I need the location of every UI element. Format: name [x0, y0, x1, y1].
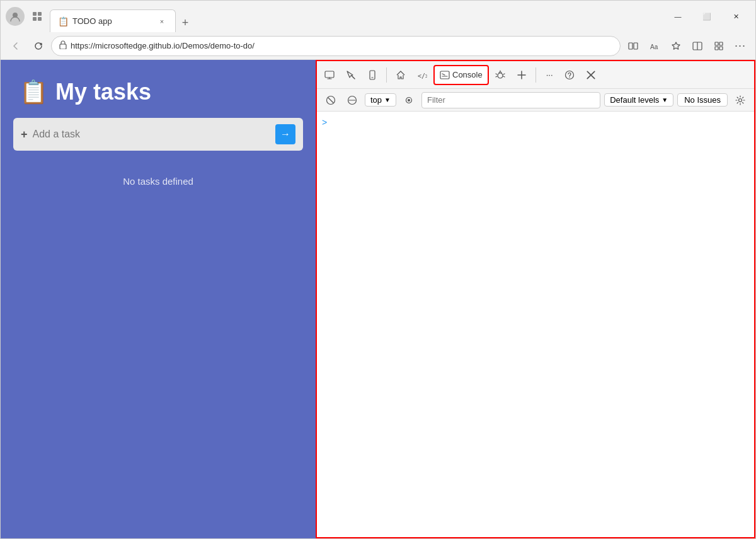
devtools-close-button[interactable]: [581, 65, 601, 85]
console-context-selector[interactable]: top ▼: [365, 93, 396, 107]
active-tab[interactable]: 📋 TODO app ×: [50, 9, 176, 32]
devtools-screencast-button[interactable]: [319, 65, 340, 85]
console-clear-button[interactable]: [322, 91, 340, 109]
svg-line-25: [496, 76, 497, 77]
browser-toolbar-icons: Aa ···: [623, 36, 750, 56]
refresh-button[interactable]: [28, 36, 49, 56]
console-tab-label: Console: [452, 70, 483, 79]
read-aloud-button[interactable]: Aa: [644, 36, 665, 56]
devtools-separator-2: [536, 67, 536, 83]
devtools-more-button[interactable]: ···: [541, 65, 558, 85]
svg-rect-17: [370, 71, 375, 79]
devtools-help-button[interactable]: [559, 65, 580, 85]
devtools-inspect-button[interactable]: [341, 65, 361, 85]
console-prompt-arrow[interactable]: >: [322, 117, 327, 127]
minimize-button[interactable]: —: [663, 6, 692, 26]
svg-point-32: [569, 77, 570, 78]
extensions-icon[interactable]: [27, 6, 47, 26]
svg-line-24: [496, 74, 497, 74]
console-levels-selector[interactable]: Default levels ▼: [604, 93, 673, 107]
devtools-separator-1: [386, 67, 387, 83]
add-task-submit-button[interactable]: →: [275, 124, 295, 144]
profile-icon[interactable]: [6, 7, 25, 26]
svg-line-26: [503, 74, 505, 74]
maximize-button[interactable]: ⬜: [692, 6, 721, 26]
svg-point-23: [498, 73, 503, 78]
svg-point-40: [408, 99, 410, 101]
todo-app-title: My tasks: [55, 79, 151, 105]
svg-point-41: [739, 98, 742, 101]
console-filter-input[interactable]: [421, 92, 600, 108]
add-task-plus-icon: +: [21, 128, 28, 141]
console-block-button[interactable]: [343, 91, 361, 109]
svg-rect-2: [38, 12, 42, 16]
console-issues-button[interactable]: No Issues: [677, 93, 728, 107]
devtools-more-tools-button[interactable]: [512, 65, 532, 85]
svg-text:</>: </>: [418, 72, 427, 79]
devtools-home-button[interactable]: [391, 65, 411, 85]
levels-chevron-icon: ▼: [662, 96, 668, 103]
svg-rect-15: [325, 71, 334, 78]
svg-rect-7: [634, 43, 638, 49]
context-label: top: [370, 95, 382, 105]
collections-button[interactable]: [709, 36, 729, 56]
svg-rect-11: [715, 42, 718, 45]
reader-view-button[interactable]: [623, 36, 643, 56]
svg-text:Aa: Aa: [650, 43, 658, 50]
svg-line-21: [442, 74, 445, 75]
add-task-input[interactable]: [33, 129, 275, 140]
url-bar[interactable]: https://microsoftedge.github.io/Demos/de…: [51, 36, 621, 56]
context-chevron-icon: ▼: [384, 96, 391, 103]
svg-line-27: [503, 76, 505, 77]
todo-app-icon: 📋: [20, 79, 48, 105]
tab-strip: 📋 TODO app × +: [50, 1, 661, 32]
svg-rect-5: [60, 44, 66, 49]
main-area: 📋 My tasks + → No tasks defined: [1, 60, 755, 538]
todo-app: 📋 My tasks + → No tasks defined: [1, 60, 316, 538]
svg-rect-6: [629, 43, 633, 49]
window-controls: — ⬜ ✕: [663, 6, 750, 26]
devtools-console-button[interactable]: Console: [433, 65, 489, 85]
console-toolbar: top ▼ Default levels ▼ No Issues: [317, 89, 754, 112]
new-tab-button[interactable]: +: [176, 13, 195, 32]
lock-icon: [59, 40, 67, 51]
back-button[interactable]: [6, 36, 26, 56]
address-bar: https://microsoftedge.github.io/Demos/de…: [1, 32, 755, 60]
tab-title: TODO app: [72, 16, 152, 26]
console-settings-button[interactable]: [731, 91, 749, 109]
favorites-button[interactable]: [666, 36, 686, 56]
svg-line-36: [328, 98, 333, 103]
svg-rect-1: [33, 12, 37, 16]
devtools-bugs-button[interactable]: [490, 65, 510, 85]
url-text: https://microsoftedge.github.io/Demos/de…: [71, 41, 612, 50]
devtools-panel: </> Console ···: [316, 60, 755, 538]
todo-header: 📋 My tasks: [1, 60, 316, 118]
devtools-more-icon: ···: [546, 70, 553, 79]
title-bar: 📋 TODO app × + — ⬜ ✕: [1, 1, 755, 32]
todo-empty-message: No tasks defined: [1, 176, 316, 187]
issues-label: No Issues: [684, 95, 721, 105]
svg-rect-12: [719, 42, 723, 45]
tab-favicon: 📋: [58, 16, 69, 26]
browser-more-button[interactable]: ···: [730, 36, 750, 56]
browser-window: 📋 TODO app × + — ⬜ ✕ https://microsofted…: [0, 0, 756, 539]
tab-close-button[interactable]: ×: [156, 16, 168, 27]
levels-label: Default levels: [610, 95, 659, 105]
console-live-expressions-button[interactable]: [400, 91, 418, 109]
svg-rect-3: [33, 17, 37, 21]
console-content: >: [317, 112, 754, 537]
svg-rect-4: [38, 17, 42, 21]
devtools-device-toolbar-button[interactable]: [362, 65, 382, 85]
devtools-elements-button[interactable]: </>: [412, 65, 432, 85]
todo-input-row: + →: [13, 118, 303, 151]
split-screen-button[interactable]: [687, 36, 707, 56]
svg-rect-13: [715, 47, 718, 50]
close-button[interactable]: ✕: [721, 6, 750, 26]
svg-line-16: [352, 76, 355, 79]
devtools-toolbar: </> Console ···: [317, 61, 754, 89]
svg-rect-14: [719, 47, 723, 50]
